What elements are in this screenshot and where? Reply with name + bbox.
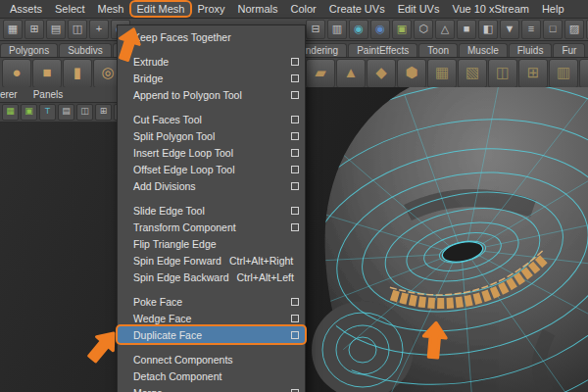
shelf-tab-muscle[interactable]: Muscle — [459, 43, 508, 57]
ipr-render-icon[interactable]: ◉ — [370, 20, 390, 39]
panel-menu-renderer[interactable]: Renderer — [0, 89, 18, 100]
option-box-icon[interactable] — [291, 207, 299, 215]
shelf-tab-fur[interactable]: Fur — [553, 43, 585, 57]
polygon-plane-icon[interactable]: ▰ — [306, 59, 335, 88]
film-gate-icon[interactable]: ▣ — [21, 104, 37, 121]
option-box-icon[interactable] — [291, 132, 299, 140]
render-view-icon[interactable]: ◉ — [349, 20, 368, 39]
cone-tool-icon[interactable]: ▲ — [579, 59, 588, 88]
menu-item-transform-component[interactable]: Transform Component — [118, 219, 305, 235]
menu-item-add-divisions[interactable]: Add Divisions — [118, 177, 305, 194]
option-box-icon[interactable] — [291, 223, 299, 231]
option-box-icon[interactable] — [291, 149, 299, 157]
menu-item-append-to-polygon-tool[interactable]: Append to Polygon Tool — [118, 86, 305, 103]
polygon-prism-icon[interactable]: ◆ — [367, 59, 396, 88]
menu-item-cut-faces-tool[interactable]: Cut Faces Tool — [118, 111, 305, 127]
render-settings-icon[interactable]: ▣ — [392, 20, 412, 39]
polygon-soccerball-icon[interactable]: ▧ — [458, 59, 487, 88]
snap-point-icon[interactable]: ▥ — [327, 20, 347, 39]
shelf-tab-polygons[interactable]: Polygons — [0, 43, 58, 57]
quick-select-icon[interactable]: ■ — [457, 20, 476, 39]
polygon-pyramid-icon[interactable]: ▲ — [336, 59, 366, 88]
menu-item-wedge-face[interactable]: Wedge Face — [118, 310, 305, 326]
menu-item-offset-edge-loop-tool[interactable]: Offset Edge Loop Tool — [118, 161, 305, 177]
polygon-cylinder-icon[interactable]: ▮ — [63, 59, 92, 88]
menubar-item-normals[interactable]: Normals — [232, 2, 284, 16]
menubar-item-help[interactable]: Help — [536, 2, 570, 16]
menu-item-poke-face[interactable]: Poke Face — [118, 293, 305, 310]
shelf-tab-fluids[interactable]: Fluids — [509, 43, 553, 57]
toolbar-left-group: ▦⊞▤◫+◎ — [3, 20, 130, 39]
menu-item-extrude[interactable]: Extrude — [118, 53, 305, 70]
menubar-item-edit-mesh[interactable]: Edit Mesh — [131, 2, 191, 16]
polygon-misc-icon[interactable]: ▥ — [549, 59, 578, 88]
gate-mask-icon[interactable]: ◫ — [76, 104, 93, 121]
snap-grid-icon[interactable]: ⊟ — [306, 20, 325, 39]
option-box-icon[interactable] — [291, 116, 299, 123]
menu-item-label: Add Divisions — [133, 180, 196, 192]
menubar-item-color[interactable]: Color — [285, 2, 322, 16]
menubar-item-select[interactable]: Select — [49, 2, 91, 16]
menu-item-spin-edge-backward[interactable]: Spin Edge BackwardCtrl+Alt+Left — [118, 269, 305, 285]
option-box-icon[interactable] — [291, 331, 299, 339]
menubar-item-proxy[interactable]: Proxy — [191, 2, 230, 16]
menu-item-spin-edge-forward[interactable]: Spin Edge ForwardCtrl+Alt+Right — [118, 252, 305, 269]
option-box-icon[interactable] — [291, 166, 299, 173]
option-box-icon[interactable] — [291, 298, 299, 306]
menu-separator — [118, 285, 305, 293]
new-scene-icon[interactable]: ⊞ — [24, 20, 44, 39]
menu-item-bridge[interactable]: Bridge — [118, 70, 305, 86]
resolution-gate-icon[interactable]: ▤ — [58, 104, 74, 121]
menu-item-insert-edge-loop-tool[interactable]: Insert Edge Loop Tool — [118, 144, 305, 161]
panel-menu-panels[interactable]: Panels — [33, 89, 64, 100]
construction-history-icon[interactable]: △ — [435, 20, 455, 39]
option-box-icon[interactable] — [291, 91, 299, 99]
menubar-item-vue-10-xstream[interactable]: Vue 10 xStream — [446, 2, 534, 16]
menu-separator — [118, 45, 305, 53]
channel-box-icon[interactable]: ≡ — [521, 20, 541, 39]
edit-mesh-menu: ✓Keep Faces TogetherExtrudeBridgeAppend … — [117, 24, 306, 392]
field-chart-icon[interactable]: ⊞ — [95, 104, 112, 121]
option-box-icon[interactable] — [291, 389, 299, 392]
polygon-helix-icon[interactable]: ▦ — [427, 59, 457, 88]
menu-set-icon[interactable]: ▦ — [3, 20, 23, 39]
maya-window: AssetsSelectMeshEdit MeshProxyNormalsCol… — [0, 0, 588, 392]
polygon-platonic-icon[interactable]: ◫ — [488, 59, 517, 88]
menubar-item-edit-uvs[interactable]: Edit UVs — [392, 2, 446, 16]
menu-item-detach-component[interactable]: Detach Component — [118, 368, 305, 384]
menu-item-merge[interactable]: Merge — [118, 384, 305, 392]
shelf-tab-toon[interactable]: Toon — [418, 43, 458, 57]
grid-toggle-icon[interactable]: ▦ — [2, 104, 19, 121]
shelf-tab-subdivs[interactable]: Subdivs — [59, 43, 112, 57]
option-box-icon[interactable] — [291, 182, 299, 190]
menu-separator — [118, 103, 305, 111]
menu-item-keep-faces-together[interactable]: ✓Keep Faces Together — [118, 28, 305, 45]
layer-editor-icon[interactable]: □ — [543, 20, 563, 39]
menu-item-flip-triangle-edge[interactable]: Flip Triangle Edge — [118, 235, 305, 252]
menubar-item-assets[interactable]: Assets — [4, 2, 48, 16]
menubar-item-mesh[interactable]: Mesh — [92, 2, 130, 16]
polygon-plane2-icon[interactable]: ⊞ — [518, 59, 548, 88]
shelf-tab-painteffects[interactable]: PaintEffects — [348, 43, 417, 57]
option-box-icon[interactable] — [291, 315, 299, 322]
sidebar-toggle-icon[interactable]: ◧ — [478, 20, 498, 39]
menu-item-split-polygon-tool[interactable]: Split Polygon Tool — [118, 127, 305, 144]
polygon-cube-icon[interactable]: ■ — [32, 59, 62, 88]
menu-item-duplicate-face[interactable]: Duplicate Face — [118, 326, 305, 343]
menu-item-connect-components[interactable]: Connect Components — [118, 351, 305, 368]
tool-settings-icon[interactable]: ▨ — [564, 20, 584, 39]
option-box-icon[interactable] — [291, 74, 299, 82]
menu-item-slide-edge-tool[interactable]: Slide Edge Tool — [118, 202, 305, 219]
paint-effects-icon[interactable]: ⬡ — [414, 20, 433, 39]
polygon-sphere-icon[interactable]: ● — [2, 59, 31, 88]
save-scene-icon[interactable]: ◫ — [68, 20, 87, 39]
select-tool-icon[interactable]: + — [89, 20, 109, 39]
shelf-tab-bar-right: RenderingPaintEffectsToonMuscleFluidsFur — [306, 43, 585, 57]
texture-view-icon[interactable]: T — [39, 104, 56, 121]
polygon-pipe-icon[interactable]: ⬢ — [397, 59, 426, 88]
menubar-item-create-uvs[interactable]: Create UVs — [323, 2, 391, 16]
dropdown-icon[interactable]: ▼ — [500, 20, 519, 39]
menu-item-label: Offset Edge Loop Tool — [133, 164, 235, 175]
option-box-icon[interactable] — [291, 58, 299, 66]
open-scene-icon[interactable]: ▤ — [46, 20, 66, 39]
